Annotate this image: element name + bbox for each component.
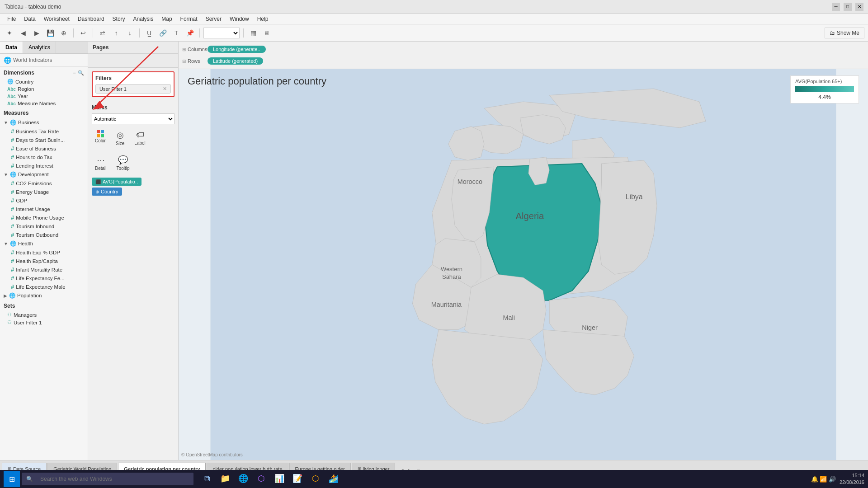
marks-avg-pill[interactable]: ⬛ AVG(Populatio.. — [92, 178, 142, 186]
toolbar-text[interactable]: T — [170, 27, 182, 39]
measure-tourism-outbound[interactable]: # Tourism Outbound — [0, 230, 88, 239]
maximize-button[interactable]: □ — [844, 3, 852, 11]
set-managers[interactable]: ⚇ Managers — [0, 311, 88, 319]
measure-mobile-phone[interactable]: # Mobile Phone Usage — [0, 213, 88, 222]
toolbar-forward[interactable]: ▶ — [31, 27, 42, 39]
taskbar-app-app2[interactable]: ⬡ — [307, 471, 324, 487]
toolbar-pin[interactable]: 📌 — [184, 27, 196, 39]
menu-help[interactable]: Help — [254, 15, 272, 23]
tab-data[interactable]: Data — [0, 42, 23, 53]
toolbar-save[interactable]: 💾 — [44, 27, 56, 39]
measure-energy-usage[interactable]: # Energy Usage — [0, 188, 88, 196]
dim-year[interactable]: Abc Year — [0, 93, 88, 100]
measure-tourism-inbound[interactable]: # Tourism Inbound — [0, 222, 88, 230]
measure-health-exp-gdp[interactable]: # Health Exp % GDP — [0, 248, 88, 257]
tab-analytics[interactable]: Analytics — [23, 42, 56, 53]
menu-window[interactable]: Window — [226, 15, 253, 23]
marks-country-pill[interactable]: ⊕ Country — [92, 188, 122, 196]
hash-icon-11: # — [11, 223, 14, 230]
taskbar-search-input[interactable] — [36, 473, 189, 485]
minimize-button[interactable]: ─ — [832, 3, 840, 11]
measure-internet-usage[interactable]: # Internet Usage — [0, 205, 88, 213]
set-user-filter-1[interactable]: ⚇ User Filter 1 — [0, 319, 88, 326]
toolbar-back[interactable]: ◀ — [17, 27, 29, 39]
menu-analysis[interactable]: Analysis — [130, 15, 157, 23]
toolbar-sort-desc[interactable]: ↓ — [124, 27, 136, 39]
dim-measure-names[interactable]: Abc Measure Names — [0, 100, 88, 107]
dim-country-icon: 🌐 — [7, 79, 14, 84]
show-me-button[interactable]: 🗂 Show Me — [825, 28, 864, 38]
taskbar-search-area[interactable]: 🔍 — [22, 473, 193, 485]
menu-story[interactable]: Story — [109, 15, 129, 23]
toolbar-viz-select[interactable] — [203, 28, 240, 38]
taskbar-app-explorer[interactable]: 📁 — [217, 471, 233, 487]
measure-lending-interest[interactable]: # Lending Interest — [0, 161, 88, 170]
dim-region[interactable]: Abc Region — [0, 85, 88, 93]
sets-header: Sets — [0, 300, 88, 311]
toolbar-chart1[interactable]: ▦ — [247, 27, 259, 39]
search-icon[interactable]: 🔍 — [78, 70, 84, 76]
toolbar-chart2[interactable]: 🖥 — [261, 27, 273, 39]
toolbar-link[interactable]: 🔗 — [157, 27, 169, 39]
menu-data[interactable]: Data — [20, 15, 39, 23]
taskbar-app-chrome[interactable]: 🌐 — [235, 471, 251, 487]
taskbar-app-excel[interactable]: 📊 — [271, 471, 288, 487]
middle-area: Pages Filters User Filter 1 ✕ Marks Auto… — [88, 42, 179, 460]
sort-icon[interactable]: ≡ — [73, 70, 76, 76]
measure-business-tax-rate[interactable]: # Business Tax Rate — [0, 127, 88, 136]
legend-color-bar — [795, 86, 854, 92]
rows-label: ⊟ Rows — [182, 58, 205, 64]
map-visualization: Algeria Morocco Libya Western Sahara Mau… — [179, 69, 868, 460]
measure-ease-of-business[interactable]: # Ease of Business — [0, 144, 88, 153]
start-button[interactable]: ⊞ — [4, 471, 20, 487]
window-controls[interactable]: ─ □ ✕ — [832, 3, 863, 11]
red-arrow-svg — [88, 47, 179, 137]
measure-life-exp-female[interactable]: # Life Expectancy Fe... — [0, 274, 88, 282]
group-business[interactable]: ▼ 🌐 Business — [0, 118, 88, 127]
marks-detail-btn[interactable]: ⋯ Detail — [92, 153, 110, 173]
menu-server[interactable]: Server — [202, 15, 225, 23]
set-user-filter-icon: ⚇ — [7, 319, 12, 325]
business-group-icon: 🌐 — [10, 119, 16, 126]
toolbar-new-datasource[interactable]: ⊕ — [58, 27, 70, 39]
measure-gdp[interactable]: # GDP — [0, 196, 88, 205]
toolbar-sep-2 — [93, 28, 93, 38]
toolbar-new[interactable]: ✦ — [4, 27, 15, 39]
latitude-pill[interactable]: Latitude (generated) — [208, 57, 263, 65]
taskbar-app-browser2[interactable]: 🏄 — [326, 471, 342, 487]
toolbar-underline[interactable]: U̲ — [143, 27, 155, 39]
taskbar-app-task-view[interactable]: ⧉ — [199, 471, 215, 487]
group-development[interactable]: ▼ 🌐 Development — [0, 170, 88, 179]
tooltip-icon: 💬 — [118, 155, 128, 165]
close-button[interactable]: ✕ — [855, 3, 863, 11]
menu-map[interactable]: Map — [158, 15, 175, 23]
hash-icon-14: # — [11, 258, 14, 264]
menu-dashboard[interactable]: Dashboard — [74, 15, 108, 23]
measure-health-exp-capita[interactable]: # Health Exp/Capita — [0, 257, 88, 265]
toolbar-sort-asc[interactable]: ↑ — [110, 27, 122, 39]
measure-life-exp-male[interactable]: # Life Expectancy Male — [0, 282, 88, 291]
marks-tooltip-btn[interactable]: 💬 Tooltip — [113, 153, 133, 173]
datasource-name[interactable]: 🌐 World Indicators — [0, 54, 88, 67]
measure-hours-to-do-tax[interactable]: # Hours to do Tax — [0, 153, 88, 161]
group-population[interactable]: ▶ 🌐 Population — [0, 291, 88, 300]
measure-co2[interactable]: # CO2 Emissions — [0, 179, 88, 188]
taskbar-app-app1[interactable]: ⬡ — [253, 471, 269, 487]
western-sahara-label: Western — [441, 266, 462, 272]
measure-days-to-start[interactable]: # Days to Start Busin... — [0, 136, 88, 144]
dim-country[interactable]: 🌐 Country — [0, 78, 88, 85]
development-group-icon: 🌐 — [10, 171, 16, 178]
menu-file[interactable]: File — [4, 15, 19, 23]
datasource-icon: 🌐 — [4, 56, 11, 64]
hash-icon-12: # — [11, 231, 14, 238]
taskbar-app-word[interactable]: 📝 — [289, 471, 306, 487]
shelf-area: ⊞ Columns Longitude (generate.. ⊟ Rows L… — [179, 42, 868, 69]
longitude-pill[interactable]: Longitude (generate.. — [208, 46, 266, 53]
taskbar-right: 🔔 📶 🔊 15:14 22/08/2016 — [811, 472, 864, 486]
measure-infant-mortality[interactable]: # Infant Mortality Rate — [0, 265, 88, 274]
menu-worksheet[interactable]: Worksheet — [40, 15, 73, 23]
toolbar-undo[interactable]: ↩ — [77, 27, 89, 39]
toolbar-swap[interactable]: ⇄ — [97, 27, 108, 39]
group-health[interactable]: ▼ 🌐 Health — [0, 239, 88, 248]
menu-format[interactable]: Format — [177, 15, 201, 23]
